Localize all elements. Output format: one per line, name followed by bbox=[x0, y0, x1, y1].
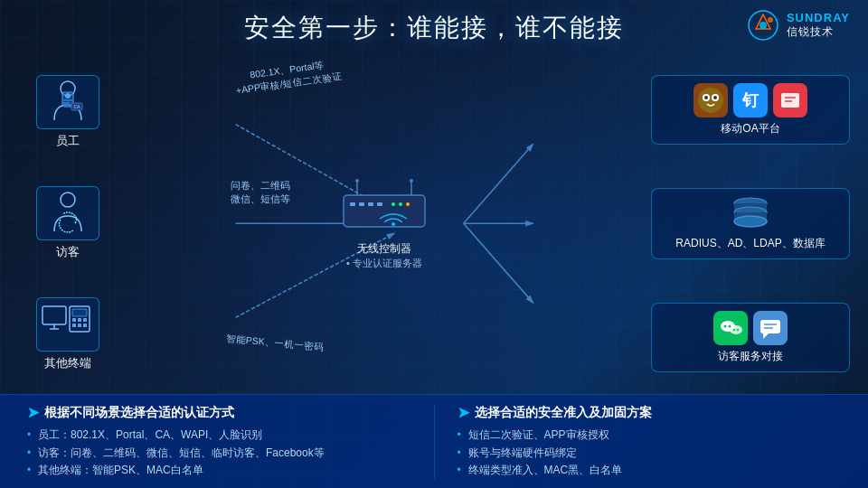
svg-point-11 bbox=[61, 192, 75, 207]
arrow-label-employee: 802.1X、Portal等 +APP审核/短信二次验证 bbox=[233, 56, 343, 98]
svg-line-26 bbox=[464, 145, 533, 224]
svg-rect-67 bbox=[760, 320, 780, 333]
radius-label: RADIUS、AD、LDAP、数据库 bbox=[675, 236, 825, 251]
list-item-employee: 员工：802.1X、Portal、CA、WAPI、人脸识别 bbox=[27, 427, 411, 444]
svg-point-3 bbox=[768, 17, 773, 23]
arrow-label-other: 智能PSK、一机一密码 bbox=[225, 332, 325, 353]
bottom-right-section: ➤ 选择合适的安全准入及加固方案 短信二次验证、APP审核授权 账号与终端硬件码… bbox=[458, 404, 842, 479]
svg-point-64 bbox=[733, 328, 735, 330]
list-item-account: 账号与终端硬件码绑定 bbox=[458, 445, 842, 462]
svg-rect-22 bbox=[83, 324, 87, 327]
svg-point-46 bbox=[704, 96, 708, 99]
svg-point-65 bbox=[737, 328, 739, 330]
middle-area: 802.1X、Portal等 +APP审核/短信二次验证 问卷、二维码 微信、短… bbox=[127, 52, 642, 394]
database-icon bbox=[728, 196, 773, 232]
visitor-svc-label: 访客服务对接 bbox=[718, 349, 783, 364]
oa-label: 移动OA平台 bbox=[721, 121, 779, 136]
sundray-logo-icon bbox=[747, 9, 779, 42]
radius-icons-row bbox=[728, 196, 773, 232]
visitor-svc-icons-row bbox=[713, 311, 788, 345]
bottom-right-list: 短信二次验证、APP审核授权 账号与终端硬件码绑定 终端类型准入、MAC黑、白名… bbox=[458, 427, 842, 479]
employee-label: 员工 bbox=[56, 133, 80, 149]
svg-point-43 bbox=[698, 88, 723, 113]
oa-icon-2: 钉 bbox=[733, 83, 768, 117]
wireless-controller-box: 无线控制器 • 专业认证服务器 bbox=[339, 177, 429, 270]
svg-rect-19 bbox=[83, 318, 87, 322]
svg-rect-31 bbox=[350, 202, 355, 206]
router-icon bbox=[339, 177, 429, 236]
list-item-terminal: 终端类型准入、MAC黑、白名单 bbox=[458, 462, 842, 479]
logo-cn: 信锐技术 bbox=[787, 24, 834, 40]
svg-point-58 bbox=[734, 216, 767, 227]
oa-icons-row: 钉 bbox=[693, 83, 807, 117]
svg-rect-33 bbox=[368, 202, 373, 206]
svg-rect-18 bbox=[78, 318, 81, 322]
service-mobile-oa: 钉 移动OA平台 bbox=[651, 75, 850, 145]
other-devices-icon bbox=[41, 302, 95, 347]
bottom-left-list: 员工：802.1X、Portal、CA、WAPI、人脸识别 访客：问卷、二维码、… bbox=[27, 427, 411, 479]
arrow-right-icon: ➤ bbox=[27, 404, 39, 421]
page-title: 安全第一步：谁能接，谁不能接 bbox=[244, 11, 624, 45]
logo-en: SUNDRAY bbox=[787, 11, 850, 24]
other-label: 其他终端 bbox=[44, 355, 91, 371]
svg-rect-20 bbox=[72, 324, 76, 327]
visitor-icon bbox=[50, 191, 86, 236]
svg-point-2 bbox=[760, 22, 767, 29]
svg-point-61 bbox=[724, 324, 727, 327]
svg-rect-32 bbox=[359, 202, 364, 206]
svg-rect-17 bbox=[72, 318, 76, 322]
svg-rect-12 bbox=[42, 306, 66, 324]
svg-point-63 bbox=[730, 325, 742, 334]
svg-rect-21 bbox=[78, 324, 81, 327]
svg-rect-16 bbox=[72, 309, 87, 316]
service-radius: RADIUS、AD、LDAP、数据库 bbox=[651, 188, 850, 259]
user-visitor: 访客 bbox=[18, 186, 118, 260]
svg-point-36 bbox=[399, 202, 402, 206]
service-visitor: 访客服务对接 bbox=[651, 303, 850, 372]
user-other: 其他终端 bbox=[18, 297, 118, 371]
svg-point-62 bbox=[729, 324, 731, 327]
main-container: 安全第一步：谁能接，谁不能接 SUNDRAY 信锐技术 bbox=[0, 0, 868, 488]
bottom-divider bbox=[434, 404, 435, 479]
device-main-label: 无线控制器 bbox=[346, 241, 422, 257]
svg-point-35 bbox=[392, 202, 395, 206]
user-column: CA 员工 访客 bbox=[18, 52, 118, 394]
list-item-sms: 短信二次验证、APP审核授权 bbox=[458, 427, 842, 444]
svg-text:钉: 钉 bbox=[741, 91, 760, 109]
svg-rect-51 bbox=[781, 93, 799, 108]
oa-icon-1 bbox=[693, 83, 728, 117]
oa-icon-3 bbox=[773, 83, 807, 117]
svg-rect-34 bbox=[377, 202, 382, 206]
employee-icon-box: CA bbox=[36, 75, 99, 129]
visitor-icon-box bbox=[36, 186, 99, 240]
svg-point-47 bbox=[713, 96, 717, 99]
svg-line-28 bbox=[464, 223, 533, 303]
services-column: 钉 移动OA平台 bbox=[651, 52, 850, 394]
sms-icon bbox=[753, 311, 788, 345]
visitor-label: 访客 bbox=[56, 244, 80, 260]
svg-point-37 bbox=[406, 202, 410, 206]
list-item-other: 其他终端：智能PSK、MAC白名单 bbox=[27, 462, 411, 479]
arrow-label-visitor: 问卷、二维码 微信、短信等 bbox=[231, 179, 290, 205]
bottom-bar: ➤ 根据不同场景选择合适的认证方式 员工：802.1X、Portal、CA、WA… bbox=[0, 394, 868, 488]
logo-area: SUNDRAY 信锐技术 bbox=[747, 9, 850, 42]
svg-point-42 bbox=[410, 179, 413, 183]
arrow-right-icon-2: ➤ bbox=[458, 404, 469, 421]
employee-icon: CA bbox=[50, 80, 86, 125]
bottom-left-title: ➤ 根据不同场景选择合适的认证方式 bbox=[27, 404, 411, 421]
svg-point-6 bbox=[65, 93, 71, 99]
device-label: 无线控制器 • 专业认证服务器 bbox=[346, 241, 422, 270]
bottom-left-section: ➤ 根据不同场景选择合适的认证方式 员工：802.1X、Portal、CA、WA… bbox=[27, 404, 411, 479]
svg-text:CA: CA bbox=[73, 104, 80, 109]
user-employee: CA 员工 bbox=[18, 75, 118, 149]
header: 安全第一步：谁能接，谁不能接 SUNDRAY 信锐技术 bbox=[0, 0, 868, 52]
list-item-visitor: 访客：问卷、二维码、微信、短信、临时访客、Facebook等 bbox=[27, 445, 411, 462]
diagram-area: CA 员工 访客 bbox=[0, 52, 868, 394]
svg-point-38 bbox=[392, 222, 395, 226]
logo-text: SUNDRAY 信锐技术 bbox=[787, 11, 850, 40]
other-icon-box bbox=[36, 297, 99, 352]
device-sub-label: • 专业认证服务器 bbox=[346, 257, 422, 270]
bottom-right-title: ➤ 选择合适的安全准入及加固方案 bbox=[458, 404, 842, 421]
svg-point-41 bbox=[355, 179, 359, 183]
wechat-icon bbox=[713, 311, 748, 345]
